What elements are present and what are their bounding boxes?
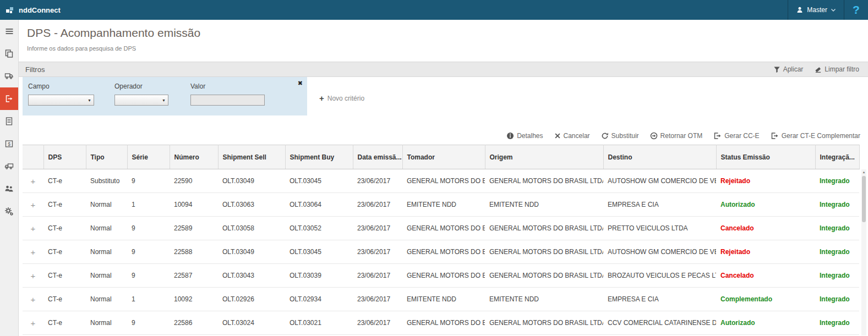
table-cell: GENERAL MOTORS DO B... (402, 217, 485, 240)
chevron-down-icon: ▼ (162, 98, 166, 102)
refresh-icon (601, 132, 609, 140)
table-cell: CT-e (43, 193, 86, 217)
sidebar-item-copies[interactable] (0, 42, 18, 65)
table-row[interactable]: +CT-eSubstituto922590OLT.03049OLT.030452… (23, 169, 859, 193)
export-icon (713, 132, 722, 140)
user-menu[interactable]: Master (788, 0, 844, 20)
campo-select[interactable]: ▼ (28, 95, 94, 106)
detalhes-button[interactable]: Detalhes (506, 132, 543, 140)
filters-title: Filtros (25, 65, 45, 74)
expand-row-button[interactable]: + (23, 288, 43, 311)
valor-label: Valor (190, 82, 205, 90)
retornar-otm-button[interactable]: Retornar OTM (650, 132, 703, 140)
column-header-tipo[interactable]: Tipo (86, 145, 127, 169)
filter-criteria-card: Campo Operador Valor ▼ ▼ ✖ (23, 77, 307, 115)
clear-filter-button[interactable]: Limpar filtro (814, 65, 859, 73)
table-body: +CT-eSubstituto922590OLT.03049OLT.030452… (23, 169, 859, 335)
table-cell: OLT.03043 (218, 264, 285, 288)
column-header-status-emissao[interactable]: Status Emissão (716, 145, 815, 169)
table-cell: Rejeitado (716, 169, 815, 193)
expand-row-button[interactable]: + (23, 240, 43, 264)
table-cell: 22590 (170, 169, 218, 193)
table-cell: GENERAL MOTORS DO BRASIL LTDA (485, 264, 603, 288)
column-header-shipment-buy[interactable]: Shipment Buy (285, 145, 353, 169)
table-cell: OLT.03045 (285, 240, 353, 264)
expand-row-button[interactable]: + (23, 264, 43, 288)
table-row[interactable]: +CT-eNormal110092OLT.02926OLT.0293423/06… (23, 288, 859, 311)
sidebar-item-users[interactable] (0, 178, 18, 200)
cancel-icon (554, 133, 561, 139)
table-cell: CT-e (43, 311, 86, 335)
sidebar-item-dps-emission[interactable] (0, 87, 18, 110)
expand-row-button[interactable]: + (23, 217, 43, 240)
valor-input[interactable] (190, 95, 265, 106)
help-button[interactable]: ? (844, 0, 868, 20)
table-cell: Integrado (815, 264, 859, 288)
scroll-up-icon[interactable]: ▲ (861, 170, 866, 174)
close-icon[interactable]: ✖ (298, 80, 303, 87)
eraser-icon (814, 66, 822, 73)
table-cell: 23/06/2017 (353, 240, 402, 264)
expand-row-button[interactable]: + (23, 169, 43, 193)
clear-filter-label: Limpar filtro (825, 65, 859, 73)
table-cell: Autorizado (716, 193, 815, 217)
truck-icon (4, 71, 14, 81)
sidebar-item-transport[interactable] (0, 65, 18, 87)
expand-row-button[interactable]: + (23, 311, 43, 335)
column-header-origem[interactable]: Origem (485, 145, 603, 169)
substituir-button[interactable]: Substituir (601, 132, 639, 140)
table-cell: 9 (127, 240, 170, 264)
table-cell: 23/06/2017 (353, 288, 402, 311)
sidebar-item-settings[interactable] (0, 200, 18, 223)
column-header-integracao[interactable]: Integraçã... (815, 145, 859, 169)
table-cell: AUTOSHOW GM COMERCIO DE VEI... (603, 169, 716, 193)
scrollbar-thumb[interactable] (862, 176, 866, 222)
table-cell: GENERAL MOTORS DO BRASIL LTDA (485, 311, 603, 335)
table-cell: OLT.02934 (285, 288, 353, 311)
table-cell: 22588 (170, 240, 218, 264)
brand-logo-icon (6, 5, 14, 14)
table-cell: Normal (86, 240, 127, 264)
column-header-shipment-sell[interactable]: Shipment Sell (218, 145, 285, 169)
table-cell: Integrado (815, 169, 859, 193)
cancelar-button[interactable]: Cancelar (554, 132, 590, 140)
table-cell: OLT.03045 (285, 169, 353, 193)
column-header-serie[interactable]: Série (127, 145, 170, 169)
table-cell: 23/06/2017 (353, 169, 402, 193)
apply-filter-button[interactable]: Aplicar (773, 65, 804, 73)
sidebar-item-documents[interactable] (0, 110, 18, 133)
table-cell: OLT.02926 (218, 288, 285, 311)
data-grid: DPS Tipo Série Número Shipment Sell Ship… (23, 145, 859, 335)
sidebar: $ (0, 20, 19, 336)
column-header-tomador[interactable]: Tomador (402, 145, 485, 169)
table-cell: OLT.03049 (218, 240, 285, 264)
table-cell: PRETTO VEICULOS LTDA (603, 217, 716, 240)
info-icon (506, 132, 514, 140)
funnel-icon (773, 66, 780, 73)
table-cell: GENERAL MOTORS DO BRASIL LTDA (485, 217, 603, 240)
invoice-money-icon: $ (4, 139, 14, 148)
table-row[interactable]: +CT-eNormal922586OLT.03024OLT.0302123/06… (23, 311, 859, 335)
new-criteria-button[interactable]: + Novo critério (319, 95, 364, 102)
column-header-numero[interactable]: Número (170, 145, 218, 169)
operador-select[interactable]: ▼ (114, 95, 168, 106)
vertical-scrollbar[interactable]: ▲ (861, 169, 866, 335)
table-row[interactable]: +CT-eNormal922589OLT.03058OLT.0305223/06… (23, 217, 859, 240)
table-row[interactable]: +CT-eNormal110094OLT.03063OLT.0306423/06… (23, 193, 859, 217)
table-cell: 10094 (170, 193, 218, 217)
column-header-destino[interactable]: Destino (603, 145, 716, 169)
table-cell: CT-e (43, 288, 86, 311)
sidebar-item-invoices[interactable]: $ (0, 133, 18, 155)
gerar-cce-button[interactable]: Gerar CC-E (713, 132, 759, 140)
column-header-dps[interactable]: DPS (43, 145, 86, 169)
column-header-data-emissao[interactable]: Data emissã... (353, 145, 402, 169)
expand-row-button[interactable]: + (23, 193, 43, 217)
sidebar-item-menu[interactable] (0, 20, 18, 42)
page-subtitle: Informe os dados para pesquisa de DPS (27, 45, 136, 52)
table-row[interactable]: +CT-eNormal922587OLT.03043OLT.0303923/06… (23, 264, 859, 288)
table-cell: Integrado (815, 217, 859, 240)
menu-icon (5, 27, 14, 36)
table-row[interactable]: +CT-eNormal922588OLT.03049OLT.0304523/06… (23, 240, 859, 264)
gerar-cte-complementar-button[interactable]: Gerar CT-E Complementar (771, 132, 860, 140)
sidebar-item-delivery[interactable] (0, 155, 18, 178)
